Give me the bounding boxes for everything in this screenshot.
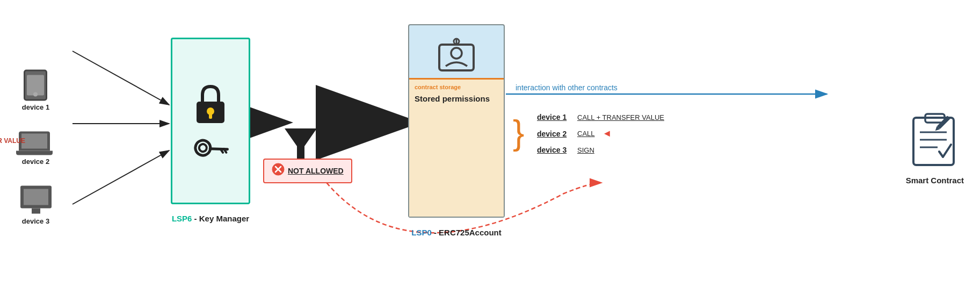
lsp0-box: contract storage Stored permissions LSP0… <box>408 24 505 218</box>
perm-row-2: device 3 SIGN <box>537 146 664 154</box>
diagram: device 1 — CALL + TRANSFER VALUE device … <box>0 0 980 294</box>
perm-device-3: device 3 <box>537 146 572 154</box>
device2-label: device 2 <box>22 157 49 165</box>
smart-contract-icon <box>908 110 962 171</box>
device2-item: — CALL + TRANSFER VALUE device 2 <box>19 131 53 165</box>
perm-row-0: device 1 CALL + TRANSFER VALUE <box>537 113 664 121</box>
not-allowed-text: NOT ALLOWED <box>288 167 344 175</box>
device3-label: device 3 <box>22 217 49 225</box>
perm-value-3: SIGN <box>577 146 594 154</box>
lsp6-label: LSP6 - Key Manager <box>172 214 249 223</box>
device1-label: device 1 <box>22 103 49 111</box>
svg-line-4 <box>72 51 169 105</box>
contract-storage-label: contract storage <box>415 84 461 90</box>
svg-rect-26 <box>913 118 954 165</box>
lsp6-box: LSP6 - Key Manager <box>171 38 250 204</box>
brace: } <box>513 116 524 150</box>
perm-row-1: device 2 CALL ◄ <box>537 128 664 139</box>
smart-contract-label: Smart Contract <box>906 176 964 185</box>
red-arrow-indicator: ◄ <box>602 128 612 139</box>
call-transfer-label: TRANSFER VALUE <box>0 137 25 144</box>
interaction-label: interaction with other contracts <box>516 83 618 92</box>
device3-item: device 3 <box>20 185 52 225</box>
not-allowed-icon <box>272 163 285 179</box>
not-allowed-box: NOT ALLOWED <box>263 159 352 183</box>
perm-value-1: CALL + TRANSFER VALUE <box>577 113 664 121</box>
lock-icon <box>189 82 232 128</box>
perm-device-1: device 1 <box>537 113 572 121</box>
permissions-table: device 1 CALL + TRANSFER VALUE device 2 … <box>537 113 664 154</box>
smart-contract-area: Smart Contract <box>906 110 964 185</box>
id-card-icon <box>435 35 478 78</box>
devices-column: device 1 — CALL + TRANSFER VALUE device … <box>19 69 53 225</box>
svg-rect-12 <box>209 113 212 119</box>
key-icon <box>190 128 231 165</box>
perm-value-2: CALL <box>577 130 595 138</box>
lsp0-label: LSP0 - ERC725Account <box>411 228 502 237</box>
svg-line-6 <box>72 150 169 204</box>
lsp0-storage-section: contract storage Stored permissions <box>409 78 504 217</box>
stored-permissions-text: Stored permissions <box>415 94 490 104</box>
svg-point-14 <box>198 143 207 153</box>
svg-point-23 <box>451 48 462 59</box>
perm-device-2: device 2 <box>537 130 572 138</box>
device1-item: device 1 <box>22 69 49 111</box>
